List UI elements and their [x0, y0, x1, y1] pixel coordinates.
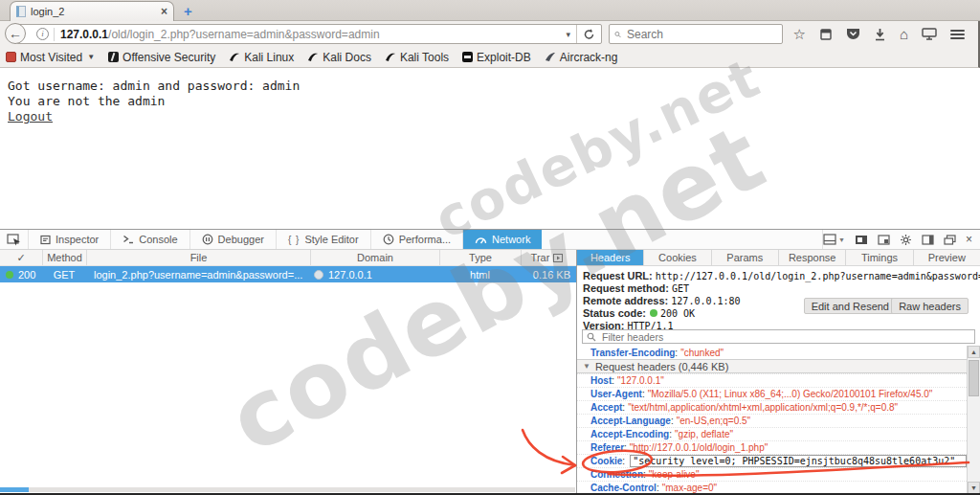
inspector-icon	[40, 235, 51, 245]
header-row-accept-language[interactable]: Accept-Language:"en-US,en;q=0.5"	[577, 414, 980, 427]
filter-headers-input[interactable]	[600, 330, 970, 344]
network-table-header: ✓ Method File Domain Type Trar	[0, 250, 576, 266]
scroll-up-icon[interactable]: ▲	[968, 346, 980, 358]
separate-window-icon[interactable]	[944, 235, 956, 245]
tab-preview[interactable]: Preview	[914, 250, 980, 265]
network-request-row[interactable]: 200 GET login_2.php?username=admin&passw…	[0, 266, 576, 282]
column-method[interactable]: Method	[42, 250, 86, 265]
search-input[interactable]	[625, 27, 777, 42]
cookie-value-input[interactable]	[630, 455, 967, 467]
settings-gear-icon[interactable]	[900, 234, 912, 246]
bookmark-kali-docs[interactable]: Kali Docs	[307, 51, 371, 64]
search-icon	[587, 332, 596, 342]
screenshare-icon[interactable]	[922, 28, 937, 40]
reload-icon	[583, 28, 595, 40]
twisty-icon: ▼	[583, 362, 590, 371]
status-ok-dot	[6, 271, 13, 279]
bookmark-star-icon[interactable]: ☆	[792, 27, 805, 41]
close-devtools-icon[interactable]: ×	[966, 233, 972, 246]
new-tab-button[interactable]: +	[184, 3, 192, 20]
toggle-details-icon	[553, 254, 563, 262]
tab-debugger[interactable]: Debugger	[190, 230, 277, 249]
kali-tools-icon	[385, 52, 396, 62]
vertical-scrollbar[interactable]: ▲ ▼	[967, 346, 980, 494]
url-path: /old/login_2.php?username=admin&password…	[108, 28, 380, 41]
bookmark-kali-tools[interactable]: Kali Tools	[385, 51, 449, 64]
browser-tab[interactable]: login_2 ×	[10, 1, 174, 21]
element-picker-button[interactable]	[0, 230, 29, 249]
bookmark-most-visited[interactable]: Most Visited▼	[6, 51, 95, 64]
edit-and-resend-button[interactable]: Edit and Resend	[804, 298, 897, 314]
tab-console[interactable]: Console	[111, 230, 189, 249]
tab-params[interactable]: Params	[712, 250, 779, 265]
url-dropdown-icon[interactable]: ▾	[560, 30, 576, 39]
tab-network[interactable]: Network	[463, 230, 542, 249]
details-tab-bar: Headers Cookies Params Response Timings …	[577, 250, 980, 266]
menu-icon[interactable]	[950, 28, 965, 41]
raw-headers-button[interactable]: Raw headers	[891, 298, 969, 314]
header-row-user-agent[interactable]: User-Agent:"Mozilla/5.0 (X11; Linux x86_…	[577, 387, 980, 400]
reload-button[interactable]	[576, 25, 601, 43]
header-row-accept[interactable]: Accept:"text/html,application/xhtml+xml,…	[577, 400, 980, 414]
tab-inspector[interactable]: Inspector	[29, 230, 111, 249]
tab-style-editor[interactable]: { } Style Editor	[277, 230, 371, 249]
request-url-value: http://127.0.0.1/old/login_2.php?usernam…	[656, 271, 980, 281]
horizontal-scrollbar[interactable]	[0, 487, 575, 492]
request-type: html	[439, 266, 521, 282]
tab-headers[interactable]: Headers	[577, 250, 644, 265]
dock-side-icon[interactable]	[922, 235, 934, 245]
logout-link[interactable]: Logout	[8, 109, 53, 124]
tab-timings[interactable]: Timings	[846, 250, 913, 265]
url-host: 127.0.0.1	[60, 28, 108, 41]
tab-cookies[interactable]: Cookies	[644, 250, 711, 265]
chevron-down-icon: ▼	[838, 236, 845, 243]
pocket-icon[interactable]	[846, 28, 860, 40]
console-icon	[122, 235, 134, 244]
header-row-referer[interactable]: Referer:"http://127.0.0.1/old/login_1.ph…	[577, 440, 980, 454]
column-file[interactable]: File	[86, 250, 310, 265]
globe-icon	[314, 270, 323, 280]
back-button[interactable]: ←	[5, 23, 26, 44]
tab-close-icon[interactable]: ×	[161, 5, 167, 18]
bookmarks-menu-icon[interactable]	[819, 28, 833, 41]
headers-list: Transfer-Encoding:"chunked" ▼ Request he…	[577, 346, 980, 494]
most-visited-icon	[6, 52, 16, 62]
home-icon[interactable]: ⌂	[900, 27, 908, 41]
tab-response[interactable]: Response	[779, 250, 846, 265]
search-icon	[614, 29, 621, 40]
header-row-connection[interactable]: Connection:"keep-alive"	[577, 467, 980, 481]
bookmark-aircrack-ng[interactable]: Aircrack-ng	[545, 51, 618, 64]
responsive-mode-icon[interactable]	[855, 235, 868, 245]
header-row-cache-control[interactable]: Cache-Control:"max-age=0"	[577, 481, 980, 494]
bookmark-offensive-security[interactable]: Offensive Security	[108, 51, 215, 64]
column-type[interactable]: Type	[439, 250, 521, 265]
scrollbar-thumb[interactable]	[969, 360, 979, 396]
page-info-icon[interactable]: i	[36, 28, 49, 40]
response-header-row[interactable]: Transfer-Encoding:"chunked"	[577, 346, 980, 359]
header-row-accept-encoding[interactable]: Accept-Encoding:"gzip, deflate"	[577, 427, 980, 440]
filter-headers-box[interactable]	[582, 329, 975, 344]
request-headers-section[interactable]: ▼ Request headers (0,446 KB)	[577, 359, 980, 373]
performance-icon	[383, 234, 394, 245]
column-domain[interactable]: Domain	[310, 250, 439, 265]
devtools-toolbar: Inspector Console Debugger { } Style Edi…	[0, 230, 980, 250]
screenshot-icon[interactable]	[878, 235, 890, 245]
url-bar[interactable]: i 127.0.0.1/old/login_2.php?username=adm…	[16, 24, 602, 44]
search-box[interactable]	[609, 24, 783, 44]
column-transferred[interactable]: Trar	[521, 250, 576, 265]
downloads-icon[interactable]	[874, 28, 886, 41]
debugger-icon	[202, 234, 213, 245]
browser-window: login_2 × + ← i 127.0.0.1/old/login_2.ph…	[0, 0, 980, 495]
header-row-cookie[interactable]: Cookie:	[577, 454, 980, 467]
scrollbar-thumb[interactable]	[0, 487, 29, 492]
header-row-host[interactable]: Host:"127.0.0.1"	[577, 373, 980, 387]
bookmark-kali-linux[interactable]: Kali Linux	[229, 51, 294, 64]
tab-performance[interactable]: Performa...	[371, 230, 463, 249]
request-details-panel: Headers Cookies Params Response Timings …	[577, 250, 980, 494]
navigation-toolbar: ← i 127.0.0.1/old/login_2.php?username=a…	[0, 21, 980, 47]
request-method: GET	[42, 266, 86, 282]
split-console-button[interactable]: ▼	[823, 234, 845, 245]
request-domain: 127.0.0.1	[328, 269, 372, 281]
bookmark-exploit-db[interactable]: Exploit-DB	[462, 51, 531, 64]
column-status[interactable]: ✓	[0, 250, 42, 265]
